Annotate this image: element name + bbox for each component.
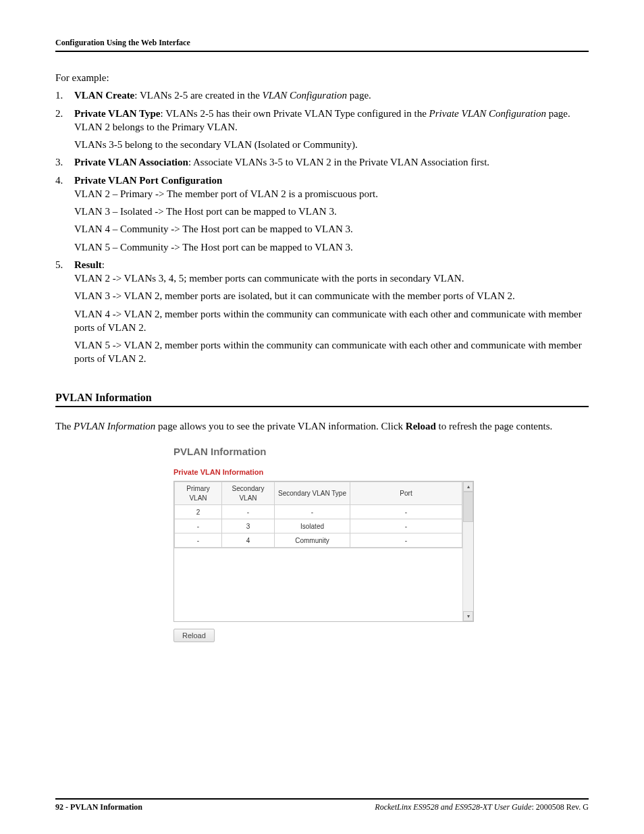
cell-type: Isolated [275,519,350,533]
cell-secondary: - [222,505,275,519]
ui-title: PVLAN Information [173,445,474,459]
section-body-mid: page allows you to see the private VLAN … [155,421,405,432]
pvlan-table-container: Primary VLAN Secondary VLAN Secondary VL… [173,481,474,622]
footer-page-no: 92 [55,802,63,812]
step-2-sub-0: VLAN 2 belongs to the Primary VLAN. [74,120,589,134]
scroll-thumb[interactable] [463,492,473,522]
scroll-down-button[interactable]: ▾ [463,611,473,621]
table-row: - 4 Community - [175,533,462,548]
section-body: The PVLAN Information page allows you to… [55,419,589,433]
step-4: Private VLAN Port Configuration VLAN 2 –… [55,174,589,254]
steps-list: VLAN Create: VLANs 2-5 are created in th… [55,88,589,365]
step-2-sub-1: VLANs 3-5 belong to the secondary VLAN (… [74,138,589,151]
scroll-up-button[interactable]: ▴ [463,481,473,492]
step-5-sub-1: VLAN 3 -> VLAN 2, member ports are isola… [74,289,589,303]
step-2-label: Private VLAN Type [74,108,161,119]
col-secondary-type: Secondary VLAN Type [275,482,350,505]
cell-primary: - [175,533,222,548]
triangle-down-icon: ▾ [467,613,470,621]
table-header-row: Primary VLAN Secondary VLAN Secondary VL… [175,482,462,505]
footer-page-title: PVLAN Information [70,802,142,812]
reload-button[interactable]: Reload [173,629,215,642]
step-4-label: Private VLAN Port Configuration [74,175,222,186]
table-empty-area [174,548,462,621]
col-primary-vlan: Primary VLAN [175,482,222,505]
section-body-ital: PVLAN Information [74,421,155,432]
step-4-sub-2: VLAN 4 – Community -> The Host port can … [74,222,589,236]
table-row: 2 - - - [175,505,462,519]
running-header: Configuration Using the Web Interface [55,38,589,52]
step-2-tail: page. [546,108,570,119]
cell-type: - [275,505,350,519]
col-secondary-vlan: Secondary VLAN [222,482,275,505]
section-body-bold: Reload [406,421,436,432]
step-5-sub-0: VLAN 2 -> VLANs 3, 4, 5; member ports ca… [74,271,589,285]
section-body-pre: The [55,421,74,432]
col-port: Port [350,482,462,505]
step-3-label: Private VLAN Association [74,157,188,167]
step-4-sub-0: VLAN 2 – Primary -> The member port of V… [74,187,589,201]
cell-port: - [350,505,462,519]
step-2-rest: : VLANs 2-5 has their own Private VLAN T… [161,108,429,119]
step-4-sub-1: VLAN 3 – Isolated -> The Host port can b… [74,205,589,218]
step-5-label: Result [74,259,102,270]
step-5: Result: VLAN 2 -> VLANs 3, 4, 5; member … [55,258,589,366]
step-2-ital: Private VLAN Configuration [429,108,546,119]
step-5-rest: : [102,259,105,270]
cell-primary: - [175,519,222,533]
table-row: - 3 Isolated - [175,519,462,533]
step-1-rest: : VLANs 2-5 are created in the [134,90,262,101]
step-5-sub-2: VLAN 4 -> VLAN 2, member ports within th… [74,307,589,335]
step-4-sub-3: VLAN 5 – Community -> The Host port can … [74,240,589,254]
page-footer: 92 - PVLAN Information RocketLinx ES9528… [55,798,589,812]
step-1-tail: page. [347,90,371,101]
footer-guide-title: RocketLinx ES9528 and ES9528-XT User Gui… [375,802,531,812]
step-3: Private VLAN Association: Associate VLAN… [55,155,589,169]
ui-subtitle: Private VLAN Information [173,467,474,477]
section-body-post: to refresh the page contents. [436,421,552,432]
cell-type: Community [275,533,350,548]
pvlan-ui-panel: PVLAN Information Private VLAN Informati… [173,445,474,642]
pvlan-table: Primary VLAN Secondary VLAN Secondary VL… [174,481,462,548]
step-1-ital: VLAN Configuration [263,90,347,101]
intro-text: For example: [55,71,589,84]
footer-left: 92 - PVLAN Information [55,802,142,812]
cell-port: - [350,519,462,533]
footer-right: RocketLinx ES9528 and ES9528-XT User Gui… [375,802,589,812]
step-5-sub-3: VLAN 5 -> VLAN 2, member ports within th… [74,338,589,366]
triangle-up-icon: ▴ [467,484,470,491]
step-2: Private VLAN Type: VLANs 2-5 has their o… [55,107,589,152]
cell-secondary: 3 [222,519,275,533]
step-1-label: VLAN Create [74,90,134,101]
footer-guide-rest: : 2000508 Rev. G [531,802,589,812]
step-3-rest: : Associate VLANs 3-5 to VLAN 2 in the P… [188,157,489,167]
scroll-track[interactable] [463,522,473,611]
step-1: VLAN Create: VLANs 2-5 are created in th… [55,88,589,102]
section-heading: PVLAN Information [55,390,589,408]
cell-port: - [350,533,462,548]
cell-secondary: 4 [222,533,275,548]
cell-primary: 2 [175,505,222,519]
table-scrollbar[interactable]: ▴ ▾ [462,481,473,621]
